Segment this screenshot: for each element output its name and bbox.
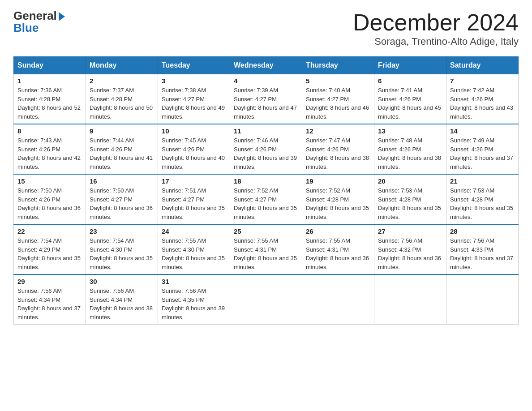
page-header: General Blue December 2024 Soraga, Trent…	[13, 9, 519, 47]
sunrise-text: Sunrise: 7:48 AM	[378, 137, 422, 144]
calendar-week-row: 15 Sunrise: 7:50 AM Sunset: 4:26 PM Dayl…	[14, 174, 519, 224]
daylight-text: Daylight: 8 hours and 36 minutes.	[378, 255, 441, 270]
day-info: Sunrise: 7:56 AM Sunset: 4:34 PM Dayligh…	[90, 287, 154, 321]
daylight-text: Daylight: 8 hours and 39 minutes.	[162, 305, 225, 321]
daylight-text: Daylight: 8 hours and 47 minutes.	[234, 104, 297, 120]
calendar-cell: 3 Sunrise: 7:38 AM Sunset: 4:27 PM Dayli…	[158, 74, 230, 124]
calendar-cell: 19 Sunrise: 7:52 AM Sunset: 4:28 PM Dayl…	[302, 174, 374, 224]
day-number: 8	[17, 127, 82, 135]
sunset-text: Sunset: 4:26 PM	[450, 146, 493, 153]
calendar-cell: 31 Sunrise: 7:56 AM Sunset: 4:35 PM Dayl…	[158, 274, 230, 325]
sunrise-text: Sunrise: 7:54 AM	[90, 237, 134, 244]
calendar-cell: 4 Sunrise: 7:39 AM Sunset: 4:27 PM Dayli…	[230, 74, 302, 124]
col-header-wednesday: Wednesday	[230, 57, 302, 74]
day-number: 15	[17, 177, 82, 185]
daylight-text: Daylight: 8 hours and 37 minutes.	[17, 305, 81, 321]
calendar-cell: 21 Sunrise: 7:53 AM Sunset: 4:28 PM Dayl…	[446, 174, 519, 224]
calendar-cell: 14 Sunrise: 7:49 AM Sunset: 4:26 PM Dayl…	[446, 124, 519, 174]
calendar-cell: 17 Sunrise: 7:51 AM Sunset: 4:27 PM Dayl…	[158, 174, 230, 224]
calendar-cell: 11 Sunrise: 7:46 AM Sunset: 4:26 PM Dayl…	[230, 124, 302, 174]
sunrise-text: Sunrise: 7:38 AM	[162, 87, 206, 94]
daylight-text: Daylight: 8 hours and 35 minutes.	[162, 205, 225, 220]
daylight-text: Daylight: 8 hours and 35 minutes.	[234, 205, 297, 220]
daylight-text: Daylight: 8 hours and 35 minutes.	[306, 205, 369, 220]
col-header-tuesday: Tuesday	[158, 57, 230, 74]
day-info: Sunrise: 7:50 AM Sunset: 4:27 PM Dayligh…	[90, 186, 154, 221]
day-number: 3	[162, 77, 226, 85]
calendar-cell	[230, 274, 302, 325]
calendar-header-row: SundayMondayTuesdayWednesdayThursdayFrid…	[14, 57, 519, 74]
daylight-text: Daylight: 8 hours and 41 minutes.	[90, 154, 153, 170]
daylight-text: Daylight: 8 hours and 38 minutes.	[378, 154, 441, 170]
day-number: 21	[450, 177, 515, 185]
day-info: Sunrise: 7:36 AM Sunset: 4:28 PM Dayligh…	[17, 86, 82, 121]
sunrise-text: Sunrise: 7:55 AM	[234, 237, 278, 244]
sunrise-text: Sunrise: 7:53 AM	[450, 187, 494, 194]
day-info: Sunrise: 7:49 AM Sunset: 4:26 PM Dayligh…	[450, 136, 515, 171]
sunrise-text: Sunrise: 7:50 AM	[90, 187, 134, 194]
calendar-cell: 1 Sunrise: 7:36 AM Sunset: 4:28 PM Dayli…	[14, 74, 86, 124]
sunset-text: Sunset: 4:28 PM	[378, 196, 421, 203]
sunrise-text: Sunrise: 7:56 AM	[162, 287, 206, 294]
calendar-cell: 26 Sunrise: 7:55 AM Sunset: 4:31 PM Dayl…	[302, 224, 374, 274]
calendar-week-row: 8 Sunrise: 7:43 AM Sunset: 4:26 PM Dayli…	[14, 124, 519, 174]
sunset-text: Sunset: 4:30 PM	[90, 246, 133, 253]
sunrise-text: Sunrise: 7:54 AM	[17, 237, 62, 244]
day-info: Sunrise: 7:56 AM Sunset: 4:34 PM Dayligh…	[17, 287, 82, 321]
day-info: Sunrise: 7:51 AM Sunset: 4:27 PM Dayligh…	[162, 186, 226, 221]
day-info: Sunrise: 7:52 AM Sunset: 4:28 PM Dayligh…	[306, 186, 370, 221]
daylight-text: Daylight: 8 hours and 38 minutes.	[306, 154, 369, 170]
day-number: 2	[90, 77, 154, 85]
day-number: 30	[90, 278, 154, 285]
calendar-week-row: 1 Sunrise: 7:36 AM Sunset: 4:28 PM Dayli…	[14, 74, 519, 124]
sunset-text: Sunset: 4:26 PM	[450, 96, 493, 103]
day-number: 29	[17, 278, 82, 285]
day-info: Sunrise: 7:55 AM Sunset: 4:31 PM Dayligh…	[306, 236, 370, 271]
col-header-sunday: Sunday	[14, 57, 86, 74]
sunset-text: Sunset: 4:27 PM	[162, 96, 205, 103]
sunset-text: Sunset: 4:26 PM	[378, 146, 421, 153]
sunrise-text: Sunrise: 7:39 AM	[234, 87, 278, 94]
col-header-friday: Friday	[374, 57, 446, 74]
sunset-text: Sunset: 4:34 PM	[17, 296, 60, 303]
sunrise-text: Sunrise: 7:51 AM	[162, 187, 206, 194]
daylight-text: Daylight: 8 hours and 36 minutes.	[306, 255, 369, 270]
sunrise-text: Sunrise: 7:47 AM	[306, 137, 350, 144]
day-number: 27	[378, 227, 442, 235]
sunrise-text: Sunrise: 7:56 AM	[17, 287, 62, 294]
sunset-text: Sunset: 4:28 PM	[17, 96, 60, 103]
sunset-text: Sunset: 4:31 PM	[234, 246, 277, 253]
sunrise-text: Sunrise: 7:44 AM	[90, 137, 134, 144]
sunset-text: Sunset: 4:26 PM	[306, 146, 349, 153]
sunset-text: Sunset: 4:31 PM	[306, 246, 349, 253]
day-number: 22	[17, 227, 82, 235]
calendar-week-row: 29 Sunrise: 7:56 AM Sunset: 4:34 PM Dayl…	[14, 274, 519, 325]
day-info: Sunrise: 7:53 AM Sunset: 4:28 PM Dayligh…	[450, 186, 515, 221]
daylight-text: Daylight: 8 hours and 40 minutes.	[162, 154, 225, 170]
sunrise-text: Sunrise: 7:37 AM	[90, 87, 134, 94]
day-number: 26	[306, 227, 370, 235]
sunset-text: Sunset: 4:33 PM	[450, 246, 493, 253]
day-number: 13	[378, 127, 442, 135]
sunset-text: Sunset: 4:27 PM	[306, 96, 349, 103]
day-number: 1	[17, 77, 82, 85]
day-info: Sunrise: 7:47 AM Sunset: 4:26 PM Dayligh…	[306, 136, 370, 171]
day-info: Sunrise: 7:55 AM Sunset: 4:31 PM Dayligh…	[234, 236, 298, 271]
sunset-text: Sunset: 4:27 PM	[234, 196, 277, 203]
day-number: 7	[450, 77, 515, 85]
day-info: Sunrise: 7:41 AM Sunset: 4:26 PM Dayligh…	[378, 86, 442, 121]
day-number: 10	[162, 127, 226, 135]
daylight-text: Daylight: 8 hours and 52 minutes.	[17, 104, 81, 120]
calendar-cell: 24 Sunrise: 7:55 AM Sunset: 4:30 PM Dayl…	[158, 224, 230, 274]
day-info: Sunrise: 7:44 AM Sunset: 4:26 PM Dayligh…	[90, 136, 154, 171]
calendar-cell: 18 Sunrise: 7:52 AM Sunset: 4:27 PM Dayl…	[230, 174, 302, 224]
sunrise-text: Sunrise: 7:49 AM	[450, 137, 494, 144]
logo-blue-text: Blue	[13, 21, 39, 35]
day-info: Sunrise: 7:40 AM Sunset: 4:27 PM Dayligh…	[306, 86, 370, 121]
sunset-text: Sunset: 4:28 PM	[90, 96, 133, 103]
logo: General Blue	[13, 9, 65, 35]
daylight-text: Daylight: 8 hours and 46 minutes.	[306, 104, 369, 120]
daylight-text: Daylight: 8 hours and 36 minutes.	[17, 205, 81, 220]
day-info: Sunrise: 7:42 AM Sunset: 4:26 PM Dayligh…	[450, 86, 515, 121]
daylight-text: Daylight: 8 hours and 35 minutes.	[234, 255, 297, 270]
